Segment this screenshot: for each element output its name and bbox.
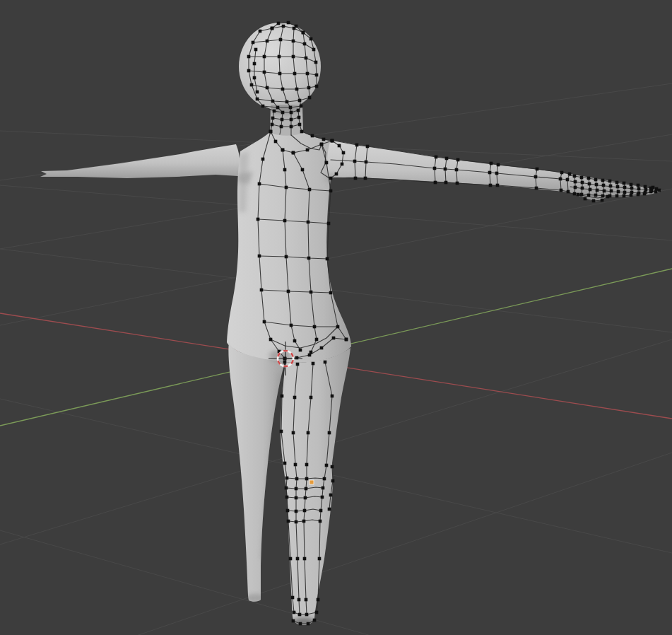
selected-vertex[interactable] bbox=[310, 480, 314, 484]
mesh-vertex[interactable] bbox=[608, 180, 612, 183]
mesh-vertex[interactable] bbox=[322, 138, 326, 141]
mesh-vertex[interactable] bbox=[643, 192, 647, 196]
mesh-vertex[interactable] bbox=[456, 158, 460, 162]
mesh-vertex[interactable] bbox=[263, 55, 266, 59]
mesh-vertex[interactable] bbox=[285, 487, 288, 490]
mesh-vertex[interactable] bbox=[254, 48, 258, 52]
mesh-vertex[interactable] bbox=[577, 193, 580, 197]
mesh-vertex[interactable] bbox=[315, 611, 319, 614]
mesh-vertex[interactable] bbox=[293, 396, 297, 400]
mesh-vertex[interactable] bbox=[615, 181, 619, 185]
mesh-vertex[interactable] bbox=[588, 182, 591, 186]
mesh-vertex[interactable] bbox=[573, 192, 577, 196]
mesh-vertex[interactable] bbox=[342, 151, 346, 155]
mesh-vertex[interactable] bbox=[319, 509, 323, 513]
mesh-vertex[interactable] bbox=[455, 168, 459, 172]
mesh-vertex[interactable] bbox=[263, 71, 266, 74]
mesh-vertex[interactable] bbox=[295, 496, 298, 500]
mesh-vertex[interactable] bbox=[304, 496, 307, 500]
mesh-vertex[interactable] bbox=[319, 520, 322, 523]
mesh-vertex[interactable] bbox=[290, 125, 293, 129]
mesh-vertex[interactable] bbox=[274, 140, 278, 144]
mesh-vertex[interactable] bbox=[281, 88, 285, 91]
mesh-vertex[interactable] bbox=[615, 194, 619, 198]
mesh-vertex[interactable] bbox=[329, 494, 333, 497]
mesh-vertex[interactable] bbox=[314, 61, 318, 64]
mesh-vertex[interactable] bbox=[266, 86, 269, 90]
mesh-vertex[interactable] bbox=[335, 173, 338, 176]
mesh-vertex[interactable] bbox=[566, 178, 570, 182]
mesh-vertex[interactable] bbox=[293, 72, 297, 76]
mesh-vertex[interactable] bbox=[295, 510, 298, 513]
mesh-vertex[interactable] bbox=[444, 181, 448, 185]
mesh-vertex[interactable] bbox=[260, 289, 264, 292]
mesh-vertex[interactable] bbox=[277, 22, 281, 25]
mesh-vertex[interactable] bbox=[298, 99, 302, 103]
mesh-vertex[interactable] bbox=[366, 145, 370, 148]
mesh-vertex[interactable] bbox=[250, 83, 254, 87]
mesh-vertex[interactable] bbox=[589, 188, 592, 192]
mesh-vertex[interactable] bbox=[290, 111, 293, 115]
mesh-vertex[interactable] bbox=[286, 509, 290, 513]
mesh-vertex[interactable] bbox=[289, 557, 293, 561]
mesh-vertex[interactable] bbox=[331, 465, 334, 469]
mesh-vertex[interactable] bbox=[308, 96, 312, 100]
mesh-vertex[interactable] bbox=[301, 168, 305, 172]
mesh-vertex[interactable] bbox=[293, 339, 297, 343]
mesh-vertex[interactable] bbox=[269, 338, 273, 342]
mesh-vertex[interactable] bbox=[311, 134, 314, 138]
mesh-vertex[interactable] bbox=[574, 186, 577, 190]
mesh-vertex[interactable] bbox=[303, 557, 307, 561]
mesh-vertex[interactable] bbox=[364, 177, 367, 180]
mesh-vertex[interactable] bbox=[326, 257, 329, 261]
mesh-vertex[interactable] bbox=[567, 190, 570, 194]
mesh-vertex[interactable] bbox=[365, 161, 368, 164]
mesh-vertex[interactable] bbox=[325, 161, 329, 165]
mesh-vertex[interactable] bbox=[320, 346, 324, 350]
mesh-vertex[interactable] bbox=[327, 222, 331, 226]
mesh-vertex[interactable] bbox=[291, 596, 295, 600]
mesh-vertex[interactable] bbox=[573, 175, 577, 178]
mesh-vertex[interactable] bbox=[280, 125, 283, 129]
mesh-vertex[interactable] bbox=[325, 464, 329, 467]
mesh-vertex[interactable] bbox=[595, 183, 599, 187]
mesh-vertex[interactable] bbox=[296, 557, 300, 561]
mesh-vertex[interactable] bbox=[637, 184, 640, 187]
mesh-vertex[interactable] bbox=[623, 194, 626, 198]
mesh-vertex[interactable] bbox=[295, 88, 299, 91]
mesh-vertex[interactable] bbox=[261, 105, 265, 108]
mesh-vertex[interactable] bbox=[298, 123, 302, 127]
mesh-vertex[interactable] bbox=[617, 190, 620, 194]
mesh-vertex[interactable] bbox=[560, 171, 564, 175]
mesh-vertex[interactable] bbox=[289, 106, 293, 110]
mesh-vertex[interactable] bbox=[310, 351, 313, 354]
mesh-vertex[interactable] bbox=[601, 179, 605, 182]
mesh-vertex[interactable] bbox=[307, 431, 310, 435]
mesh-vertex[interactable] bbox=[290, 118, 293, 122]
mesh-vertex[interactable] bbox=[281, 111, 285, 115]
mesh-vertex[interactable] bbox=[328, 508, 331, 511]
mesh-vertex[interactable] bbox=[594, 178, 598, 182]
mesh-vertex[interactable] bbox=[488, 171, 492, 175]
mesh-vertex[interactable] bbox=[307, 86, 311, 90]
mesh-vertex[interactable] bbox=[256, 98, 259, 101]
mesh-vertex[interactable] bbox=[581, 187, 584, 190]
mesh-vertex[interactable] bbox=[489, 184, 493, 187]
mesh-vertex[interactable] bbox=[307, 257, 311, 260]
mesh-vertex[interactable] bbox=[310, 396, 313, 400]
mesh-vertex[interactable] bbox=[630, 183, 633, 187]
mesh-vertex[interactable] bbox=[313, 619, 317, 622]
mesh-vertex[interactable] bbox=[297, 116, 301, 120]
mesh-vertex[interactable] bbox=[592, 199, 596, 203]
mesh-vertex[interactable] bbox=[332, 337, 336, 340]
mesh-vertex[interactable] bbox=[287, 520, 290, 523]
mesh-vertex[interactable] bbox=[294, 463, 297, 467]
mesh-vertex[interactable] bbox=[256, 91, 259, 94]
mesh-vertex[interactable] bbox=[329, 177, 333, 180]
mesh-vertex[interactable] bbox=[315, 74, 319, 77]
mesh-vertex[interactable] bbox=[587, 194, 591, 197]
mesh-vertex[interactable] bbox=[269, 130, 273, 134]
mesh-vertex[interactable] bbox=[601, 199, 604, 202]
mesh-vertex[interactable] bbox=[312, 48, 316, 52]
mesh-vertex[interactable] bbox=[295, 356, 299, 360]
